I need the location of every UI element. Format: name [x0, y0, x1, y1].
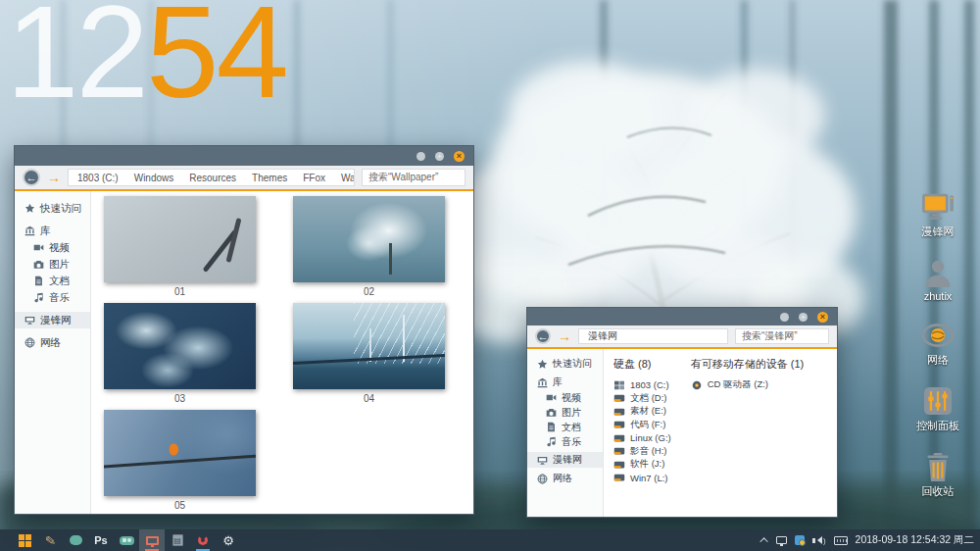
window-titlebar[interactable]: + × [527, 308, 837, 326]
breadcrumb-segment[interactable]: 漫锋网 [588, 329, 617, 343]
sidebar-item-documents[interactable]: 文档 [527, 420, 603, 434]
taskbar-app-chat[interactable] [63, 529, 88, 551]
minimize-button[interactable] [780, 313, 789, 322]
close-button[interactable]: × [454, 151, 465, 162]
drive-item[interactable]: 素材 (E:) [613, 405, 671, 419]
tray-network-icon[interactable] [776, 536, 787, 544]
sidebar-item-this-pc[interactable]: 漫锋网 [15, 312, 90, 328]
taskbar-app-games[interactable] [114, 529, 139, 551]
minimize-button[interactable] [416, 152, 425, 161]
document-icon [546, 422, 557, 432]
desktop-icon-recycle-bin[interactable]: 回收站 [920, 452, 956, 499]
tray-keyboard-icon[interactable] [834, 536, 848, 545]
sidebar-item-pictures[interactable]: 图片 [15, 256, 90, 273]
close-button[interactable]: × [817, 312, 828, 323]
drive-item[interactable]: Linux (G:) [613, 431, 671, 445]
taskbar-app-editor[interactable]: ✎ [37, 529, 63, 551]
network-icon [24, 337, 35, 348]
photoshop-icon: Ps [94, 534, 107, 546]
breadcrumb-segment[interactable]: FFox [303, 173, 325, 183]
sidebar-item-videos[interactable]: 视频 [527, 390, 603, 405]
forward-button[interactable]: → [558, 328, 571, 344]
taskbar-app-utorrent[interactable] [190, 529, 216, 551]
file-item[interactable]: 02 [293, 196, 473, 297]
breadcrumb-segment[interactable]: Themes [252, 173, 287, 183]
breadcrumb-segment[interactable]: 1803 (C:) [77, 173, 119, 183]
sidebar-item-this-pc[interactable]: 漫锋网 [527, 452, 603, 468]
drive-label: 文档 (D:) [630, 392, 666, 405]
taskbar-app-notes[interactable]: ▤ [165, 529, 190, 551]
sidebar-item-libraries[interactable]: 库 [527, 375, 603, 390]
wallpaper-thumbnail-05[interactable] [104, 410, 256, 496]
drive-item[interactable]: 文档 (D:) [613, 392, 671, 406]
breadcrumb-segment[interactable]: Resources [189, 173, 236, 183]
wallpaper-thumbnail-04[interactable] [293, 303, 445, 389]
file-item[interactable]: 01 [104, 196, 293, 297]
explorer-window-wallpaper: + × ← → 1803 (C:) Windows Resources Them… [14, 145, 474, 515]
desktop-icon-label: 控制面板 [916, 419, 959, 433]
breadcrumb-segment[interactable]: Windows [134, 173, 174, 183]
drive-label: Win7 (L:) [630, 473, 668, 483]
breadcrumb-segment[interactable]: Wallpaper [341, 173, 355, 183]
sidebar-item-label: 图片 [49, 258, 70, 272]
sidebar-item-quick-access[interactable]: 快速访问 [15, 200, 90, 217]
back-button[interactable]: ← [535, 328, 551, 344]
sidebar-item-quick-access[interactable]: 快速访问 [527, 356, 603, 372]
sidebar-item-label: 音乐 [49, 291, 70, 305]
search-input[interactable]: 搜索“漫锋网” [735, 328, 829, 344]
drive-item[interactable]: 影音 (H:) [613, 445, 671, 459]
drive-item[interactable]: 1803 (C:) [613, 378, 671, 392]
file-item[interactable]: 05 [104, 410, 293, 511]
sidebar-item-network[interactable]: 网络 [527, 471, 603, 486]
desktop-icon-manfengwang[interactable]: 漫锋网 [920, 192, 956, 239]
window-titlebar[interactable]: + × [15, 146, 473, 166]
drive-icon [613, 460, 625, 470]
taskbar-app-photoshop[interactable]: Ps [88, 529, 114, 551]
drive-item[interactable]: Win7 (L:) [613, 472, 671, 485]
breadcrumb[interactable]: 1803 (C:) Windows Resources Themes FFox … [68, 169, 355, 186]
file-item[interactable]: 04 [293, 303, 473, 404]
sidebar-item-music[interactable]: 音乐 [15, 289, 90, 306]
taskbar-app-settings[interactable]: ⚙ [216, 529, 241, 551]
sidebar-item-label: 库 [40, 225, 51, 238]
sidebar-item-label: 图片 [562, 406, 581, 420]
wallpaper-thumbnail-02[interactable] [293, 196, 445, 282]
sidebar-item-label: 漫锋网 [553, 453, 582, 467]
drive-icon [613, 433, 625, 443]
sidebar-item-network[interactable]: 网络 [15, 334, 90, 351]
back-button[interactable]: ← [23, 169, 40, 186]
tray-app-icon[interactable] [795, 535, 805, 545]
forward-button[interactable]: → [47, 170, 61, 185]
breadcrumb[interactable]: 漫锋网 [578, 328, 728, 344]
sidebar-item-label: 文档 [49, 275, 70, 288]
file-item[interactable]: 03 [104, 303, 293, 404]
search-input[interactable]: 搜索“Wallpaper” [362, 169, 466, 186]
desktop-icon-control-panel[interactable]: 控制面板 [916, 386, 959, 433]
maximize-button[interactable]: + [435, 152, 444, 161]
tray-volume-icon[interactable]: ) [812, 536, 826, 545]
tray-clock[interactable]: 2018-09-18 12:54:32 周二 [856, 533, 974, 547]
sidebar-item-libraries[interactable]: 库 [15, 223, 90, 239]
desktop-icon-zhutix[interactable]: zhutix [920, 258, 956, 302]
sidebar-item-documents[interactable]: 文档 [15, 273, 90, 289]
removable-devices-section: 有可移动存储的设备 (1) CD 驱动器 (Z:) [691, 357, 805, 517]
sidebar-item-label: 视频 [562, 391, 581, 405]
start-button[interactable] [12, 529, 37, 551]
sidebar-item-label: 快速访问 [40, 202, 81, 216]
sidebar-item-videos[interactable]: 视频 [15, 239, 90, 256]
sidebar-item-music[interactable]: 音乐 [527, 434, 603, 449]
network-icon [537, 474, 548, 484]
user-icon [920, 258, 956, 287]
maximize-button[interactable]: + [799, 313, 808, 322]
desktop-icon-network[interactable]: 网络 [920, 321, 956, 368]
cd-drive-item[interactable]: CD 驱动器 (Z:) [691, 378, 805, 392]
wallpaper-thumbnail-01[interactable] [104, 196, 256, 282]
wallpaper-thumbnail-03[interactable] [104, 303, 256, 389]
file-name: 02 [293, 286, 445, 297]
drive-label: 1803 (C:) [630, 379, 669, 390]
taskbar-app-explorer-active[interactable] [139, 529, 165, 551]
drive-item[interactable]: 软件 (J:) [613, 458, 671, 472]
tray-chevron-up-icon[interactable] [760, 537, 767, 545]
sidebar-item-pictures[interactable]: 图片 [527, 405, 603, 420]
drive-item[interactable]: 代码 (F:) [613, 419, 671, 432]
